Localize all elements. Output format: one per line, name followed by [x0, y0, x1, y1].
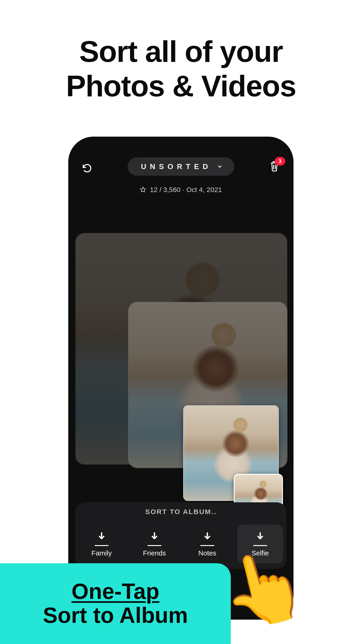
undo-icon: [82, 162, 93, 174]
download-icon: [201, 531, 214, 543]
album-label: Friends: [143, 549, 166, 557]
marketing-headline: Sort all of your Photos & Videos: [0, 34, 362, 103]
undo-button[interactable]: [81, 162, 94, 174]
sortbar-title: SORT TO ALBUM..: [75, 508, 287, 516]
feature-banner: One-Tap Sort to Album: [0, 563, 231, 644]
filter-label: UNSORTED: [139, 162, 212, 171]
banner-line2: Sort to Album: [43, 603, 188, 628]
download-icon: [95, 531, 108, 543]
album-button-family[interactable]: Family: [79, 524, 125, 564]
album-button-notes[interactable]: Notes: [184, 524, 230, 564]
album-label: Family: [91, 549, 112, 557]
trash-button[interactable]: 3: [269, 160, 282, 174]
download-icon: [254, 531, 266, 543]
filter-dropdown[interactable]: UNSORTED: [128, 157, 234, 176]
album-label: Notes: [198, 549, 216, 557]
banner-line1: One-Tap: [71, 580, 159, 603]
star-icon[interactable]: [140, 186, 146, 193]
photo-meta-row: 12 / 3,560 · Oct 4, 2021: [68, 186, 294, 194]
trash-badge: 3: [275, 157, 285, 166]
phone-frame: UNSORTED 3 12 / 3,560 · Oct 4, 2021: [68, 136, 294, 620]
headline-line2: Photos & Videos: [66, 69, 296, 103]
chevron-down-icon: [217, 164, 223, 170]
download-icon: [148, 531, 161, 543]
album-button-friends[interactable]: Friends: [131, 524, 177, 564]
top-bar: UNSORTED 3: [68, 157, 294, 176]
photo-counter: 12 / 3,560 · Oct 4, 2021: [150, 186, 222, 194]
headline-line1: Sort all of your: [79, 35, 283, 68]
